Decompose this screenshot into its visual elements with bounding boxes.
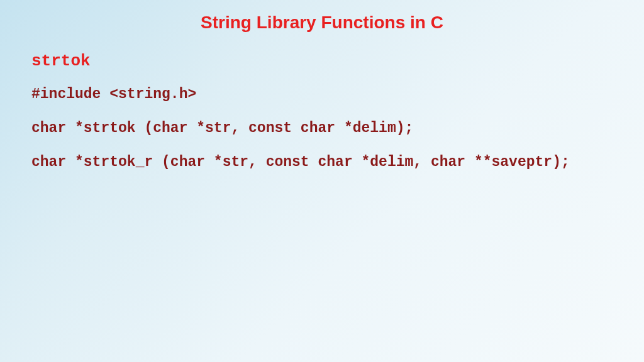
- include-directive: #include <string.h>: [31, 86, 644, 102]
- slide-content: strtok #include <string.h> char *strtok …: [0, 33, 644, 170]
- slide-title: String Library Functions in C: [0, 0, 644, 33]
- function-prototype-strtok-r: char *strtok_r (char *str, const char *d…: [31, 154, 644, 170]
- section-label: strtok: [31, 52, 644, 70]
- function-prototype-strtok: char *strtok (char *str, const char *del…: [31, 120, 644, 136]
